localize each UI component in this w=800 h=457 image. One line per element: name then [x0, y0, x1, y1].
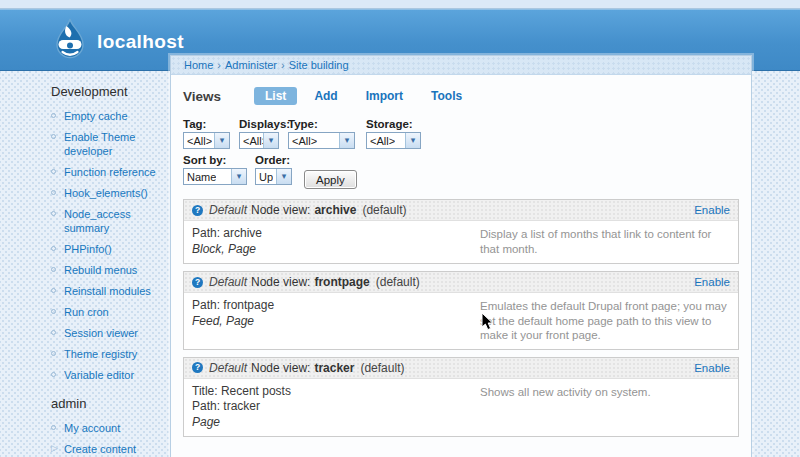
sidebar-item-my-account[interactable]: My account — [51, 421, 168, 435]
view-row-header: ? Default Node view: tracker (default) E… — [184, 358, 738, 379]
tab-add[interactable]: Add — [303, 87, 348, 105]
circle-bullet-icon — [51, 169, 56, 174]
view-details: Title: Recent posts Path: tracker Page — [192, 384, 480, 431]
sidebar-link[interactable]: My account — [64, 422, 120, 434]
sidebar-link[interactable]: Enable Theme developer — [64, 131, 135, 157]
sidebar-item-rebuild-menus[interactable]: Rebuild menus — [51, 263, 168, 277]
dropdown-arrow-icon: ▾ — [231, 169, 246, 184]
view-prefix: Default — [209, 203, 247, 217]
sidebar-link[interactable]: Node_access summary — [64, 208, 131, 234]
circle-bullet-icon — [51, 372, 56, 377]
circle-bullet-icon — [51, 330, 56, 335]
sidebar-link[interactable]: Function reference — [64, 166, 156, 178]
breadcrumb-home[interactable]: Home — [184, 59, 213, 71]
sidebar-item-reinstall-modules[interactable]: Reinstall modules — [51, 284, 168, 298]
admin-menu: My account ▷Create content ▽Administer — [51, 421, 168, 457]
breadcrumb-administer[interactable]: Administer — [225, 59, 277, 71]
sidebar-link[interactable]: Empty cache — [64, 110, 128, 122]
sidebar-item-phpinfo[interactable]: PHPinfo() — [51, 242, 168, 256]
drupal-logo-icon[interactable] — [52, 17, 88, 67]
tag-select-value: <All> — [187, 135, 212, 147]
view-name: tracker — [314, 361, 354, 375]
view-details: Path: frontpage Feed, Page — [192, 298, 480, 343]
sidebar-item-theme-registry[interactable]: Theme registry — [51, 347, 168, 361]
sidebar-link[interactable]: Theme registry — [64, 348, 137, 360]
tag-select[interactable]: <All> ▾ — [183, 132, 230, 149]
sidebar-item-create-content[interactable]: ▷Create content — [51, 442, 168, 456]
enable-link[interactable]: Enable — [694, 276, 730, 288]
sidebar-heading-development: Development — [51, 84, 168, 99]
views-list: ? Default Node view: archive (default) E… — [183, 199, 739, 437]
view-description: Display a list of months that link to co… — [480, 226, 730, 257]
site-name[interactable]: localhost — [97, 31, 184, 53]
sidebar-item-hook-elements[interactable]: Hook_elements() — [51, 186, 168, 200]
page-title: Views — [183, 89, 221, 104]
view-row-frontpage: ? Default Node view: frontpage (default)… — [183, 271, 739, 350]
sidebar-link[interactable]: Variable editor — [64, 369, 134, 381]
sidebar-item-enable-theme-developer[interactable]: Enable Theme developer — [51, 130, 168, 158]
view-name: frontpage — [314, 275, 369, 289]
drupal-admin-screen: localhost Development Empty cache Enable… — [0, 0, 800, 457]
breadcrumb: Home›Administer›Site building — [171, 56, 751, 75]
view-default-badge: (default) — [376, 275, 420, 289]
tag-filter-label: Tag: — [183, 118, 230, 130]
view-row-tracker: ? Default Node view: tracker (default) E… — [183, 357, 739, 438]
sidebar-item-run-cron[interactable]: Run cron — [51, 305, 168, 319]
help-icon[interactable]: ? — [192, 205, 203, 216]
apply-button[interactable]: Apply — [304, 170, 357, 189]
type-select-value: <All> — [292, 135, 317, 147]
view-displays: Feed, Page — [192, 314, 480, 330]
view-description: Shows all new activity on system. — [480, 384, 730, 431]
dropdown-arrow-icon: ▾ — [405, 133, 420, 148]
displays-select[interactable]: <All> ▾ — [239, 132, 279, 149]
view-prefix: Default — [209, 361, 247, 375]
circle-bullet-icon — [51, 309, 56, 314]
view-row-body: Path: frontpage Feed, Page Emulates the … — [184, 293, 738, 349]
sidebar-link[interactable]: Hook_elements() — [64, 187, 148, 199]
sidebar-item-session-viewer[interactable]: Session viewer — [51, 326, 168, 340]
view-displays: Block, Page — [192, 242, 480, 258]
storage-filter-label: Storage: — [366, 118, 421, 130]
help-icon[interactable]: ? — [192, 362, 203, 373]
enable-link[interactable]: Enable — [694, 204, 730, 216]
sidebar-item-node-access-summary[interactable]: Node_access summary — [51, 207, 168, 235]
order-select[interactable]: Up ▾ — [255, 168, 292, 185]
circle-bullet-icon — [51, 288, 56, 293]
view-details: Path: archive Block, Page — [192, 226, 480, 257]
sidebar-item-function-reference[interactable]: Function reference — [51, 165, 168, 179]
circle-bullet-icon — [51, 246, 56, 251]
sort-by-filter-label: Sort by: — [183, 154, 247, 166]
help-icon[interactable]: ? — [192, 277, 203, 288]
sidebar-link[interactable]: Rebuild menus — [64, 264, 137, 276]
displays-select-value: <All> — [243, 135, 263, 147]
tab-tools[interactable]: Tools — [420, 87, 473, 105]
view-type-label: Node view: — [251, 361, 310, 375]
view-displays: Page — [192, 415, 480, 431]
circle-bullet-icon — [51, 190, 56, 195]
sidebar-link[interactable]: Reinstall modules — [64, 285, 151, 297]
sidebar-link[interactable]: Session viewer — [64, 327, 138, 339]
dropdown-arrow-icon: ▾ — [214, 133, 229, 148]
sidebar-heading-admin: admin — [51, 396, 168, 411]
development-menu: Empty cache Enable Theme developer Funct… — [51, 109, 168, 382]
sort-by-select[interactable]: Name ▾ — [183, 168, 247, 185]
sidebar-link[interactable]: Create content — [64, 443, 136, 455]
sidebar-item-empty-cache[interactable]: Empty cache — [51, 109, 168, 123]
type-select[interactable]: <All> ▾ — [288, 132, 355, 149]
tab-list[interactable]: List — [254, 87, 297, 105]
storage-select[interactable]: <All> ▾ — [366, 132, 421, 149]
sidebar-item-variable-editor[interactable]: Variable editor — [51, 368, 168, 382]
sidebar-link[interactable]: Run cron — [64, 306, 109, 318]
breadcrumb-site-building[interactable]: Site building — [289, 59, 349, 71]
sidebar-link[interactable]: PHPinfo() — [64, 243, 112, 255]
breadcrumb-separator: › — [281, 59, 285, 71]
tab-import[interactable]: Import — [355, 87, 414, 105]
view-row-header: ? Default Node view: frontpage (default)… — [184, 272, 738, 293]
view-path: Path: tracker — [192, 399, 480, 415]
type-filter-label: Type: — [288, 118, 355, 130]
view-prefix: Default — [209, 275, 247, 289]
view-description: Emulates the default Drupal front page; … — [480, 298, 730, 343]
enable-link[interactable]: Enable — [694, 362, 730, 374]
displays-filter-label: Displays: — [239, 118, 279, 130]
view-type-label: Node view: — [251, 203, 310, 217]
